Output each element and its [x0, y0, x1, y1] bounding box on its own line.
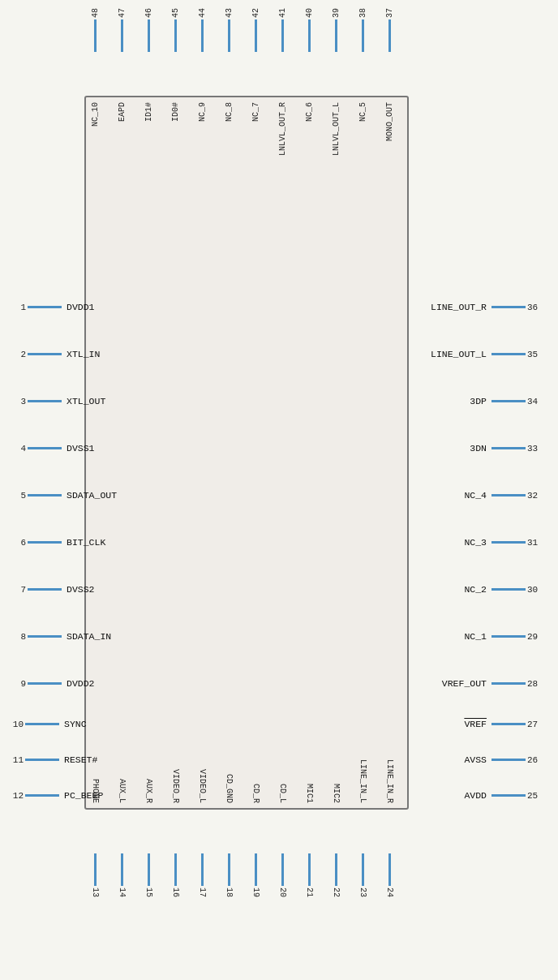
signal-cd-gnd: CD_GND: [225, 774, 234, 803]
top-pin-39: 39: [332, 8, 341, 52]
signal-nc6: NC_6: [305, 102, 314, 122]
signal-reset: RESET#: [64, 754, 97, 765]
right-pin-34: 34 3DP: [470, 396, 547, 406]
right-pin-35: 35 LINE_OUT_L: [431, 349, 547, 359]
signal-aux-r: AUX_R: [144, 779, 153, 803]
signal-nc7: NC_7: [251, 102, 260, 122]
signal-lnlvl-out-l: LNLVL_OUT_L: [332, 102, 341, 156]
top-pin-48: 48: [91, 8, 100, 52]
signal-dvdd1: DVDD1: [67, 302, 95, 312]
pin-29-num: 29: [527, 632, 547, 642]
pin-28-num: 28: [527, 679, 547, 689]
left-pin-5: 5 SDATA_OUT: [11, 490, 117, 501]
pin-8-num: 8: [11, 632, 26, 642]
pin-1-num: 1: [11, 303, 26, 312]
bottom-pin-15: 15: [144, 853, 153, 897]
left-pin-8: 8 SDATA_IN: [11, 631, 111, 642]
signal-xtl-out: XTL_OUT: [67, 396, 105, 406]
bottom-pin-23: 23: [358, 853, 367, 897]
bottom-pin-20: 20: [278, 853, 287, 897]
bottom-pin-13: 13: [91, 853, 100, 897]
top-pin-43: 43: [225, 8, 234, 52]
signal-avdd: AVDD: [464, 790, 487, 801]
signal-line-out-r: LINE_OUT_R: [431, 302, 487, 312]
bottom-pin-19: 19: [251, 853, 260, 897]
bottom-pin-22: 22: [332, 853, 341, 897]
top-pin-46: 46: [144, 8, 153, 52]
left-pin-1: 1 DVDD1: [11, 302, 95, 312]
signal-nc5: NC_5: [358, 102, 367, 122]
left-pin-12: 12 PC_BEEP: [4, 790, 103, 801]
signal-sdata-out: SDATA_OUT: [67, 490, 117, 501]
signal-sdata-in: SDATA_IN: [67, 631, 111, 642]
bottom-pin-24: 24: [385, 853, 394, 897]
top-pins-area: 48 47 46 45 44: [84, 8, 409, 96]
pin-30-num: 30: [527, 585, 547, 595]
signal-dvss1: DVSS1: [67, 443, 95, 453]
top-pin-47: 47: [118, 8, 127, 52]
right-pin-29: 29 NC_1: [464, 631, 547, 642]
pin-10-num: 10: [4, 720, 24, 729]
left-pin-6: 6 BIT_CLK: [11, 537, 105, 548]
pin-34-num: 34: [527, 397, 547, 406]
right-pin-36: 36 LINE_OUT_R: [431, 302, 547, 312]
pin-32-num: 32: [527, 491, 547, 501]
signal-pc-beep: PC_BEEP: [64, 790, 103, 801]
pin-2-num: 2: [11, 350, 26, 359]
top-signals-area: NC_10 EAPD ID1# ID0# NC_9 NC_8 NC_7 LNLV…: [84, 96, 409, 323]
pin-25-num: 25: [527, 791, 547, 801]
right-pin-26: 26 AVSS: [464, 754, 547, 765]
right-pin-27: 27 VREF: [464, 719, 547, 729]
right-pin-28: 28 VREF_OUT: [442, 678, 547, 689]
left-pin-7: 7 DVSS2: [11, 584, 95, 595]
bottom-pin-17: 17: [198, 853, 207, 897]
pin-4-num: 4: [11, 444, 26, 453]
bottom-pin-21: 21: [305, 853, 314, 897]
left-pin-11: 11 RESET#: [4, 754, 97, 765]
signal-line-out-l: LINE_OUT_L: [431, 349, 487, 359]
signal-nc4: NC_4: [464, 490, 487, 501]
signal-cd-r: CD_R: [251, 784, 260, 803]
signal-video-l: VIDEO_L: [198, 769, 207, 803]
top-pin-40: 40: [305, 8, 314, 52]
signal-mono-out: MONO_OUT: [385, 102, 394, 141]
signal-mic2: MIC2: [332, 784, 341, 803]
signal-video-r: VIDEO_R: [171, 769, 180, 803]
pin-11-num: 11: [4, 755, 24, 765]
pin-31-num: 31: [527, 538, 547, 548]
left-pin-10: 10 SYNC: [4, 719, 87, 729]
signal-nc2: NC_2: [464, 584, 487, 595]
right-pin-25: 25 AVDD: [464, 790, 547, 801]
signal-vref-out: VREF_OUT: [442, 678, 487, 689]
signal-line-in-l: LINE_IN_L: [358, 759, 367, 803]
right-pin-33: 33 3DN: [470, 443, 547, 453]
pin-12-num: 12: [4, 791, 24, 801]
left-pin-2: 2 XTL_IN: [11, 349, 100, 359]
signal-nc8: NC_8: [225, 102, 234, 122]
signal-nc9: NC_9: [198, 102, 207, 122]
right-pin-30: 30 NC_2: [464, 584, 547, 595]
signal-id1: ID1#: [144, 102, 153, 122]
top-pin-44: 44: [198, 8, 207, 52]
signal-3dn: 3DN: [470, 443, 487, 453]
pin-33-num: 33: [527, 444, 547, 453]
signal-lnlvl-out-r: LNLVL_OUT_R: [278, 102, 287, 156]
pin-9-num: 9: [11, 679, 26, 689]
bottom-pins-area: 13 14 15 16 17: [84, 810, 409, 897]
signal-dvdd2: DVDD2: [67, 678, 95, 689]
signal-dvss2: DVSS2: [67, 584, 95, 595]
bottom-pin-18: 18: [225, 853, 234, 897]
right-pin-32: 32 NC_4: [464, 490, 547, 501]
top-pin-42: 42: [251, 8, 260, 52]
signal-nc10: NC_10: [91, 102, 100, 127]
signal-nc1: NC_1: [464, 631, 487, 642]
signal-mic1: MIC1: [305, 784, 314, 803]
bottom-pin-14: 14: [118, 853, 127, 897]
signal-id0: ID0#: [171, 102, 180, 122]
right-pin-31: 31 NC_3: [464, 537, 547, 548]
left-pin-3: 3 XTL_OUT: [11, 396, 105, 406]
signal-xtl-in: XTL_IN: [67, 349, 100, 359]
top-pin-45: 45: [171, 8, 180, 52]
signal-sync: SYNC: [64, 719, 87, 729]
bottom-signals-area: PHONE AUX_L AUX_R VIDEO_R VIDEO_L CD_GND…: [84, 584, 409, 810]
